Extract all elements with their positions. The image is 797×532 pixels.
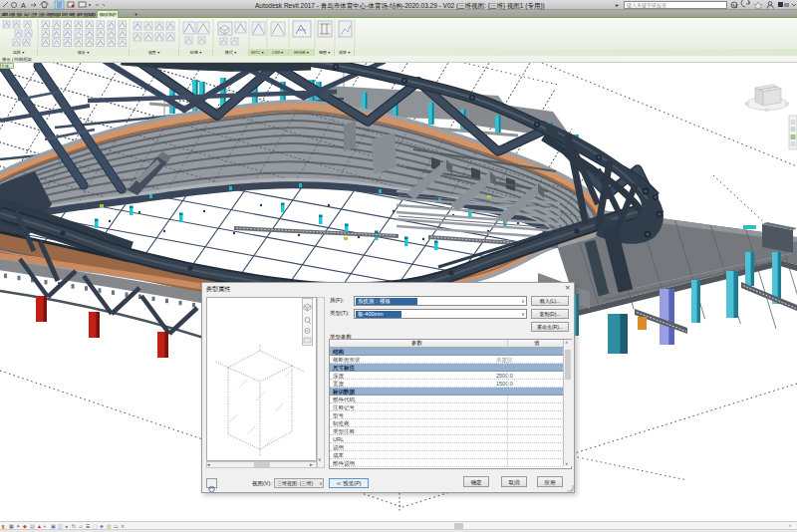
svg-text:M: M <box>732 3 738 9</box>
svg-text:A: A <box>21 2 26 9</box>
svg-text:Autodesk Revit 2017 - 青岛市体育中心-: Autodesk Revit 2017 - 青岛市体育中心-体育场-结构-202… <box>255 2 545 10</box>
